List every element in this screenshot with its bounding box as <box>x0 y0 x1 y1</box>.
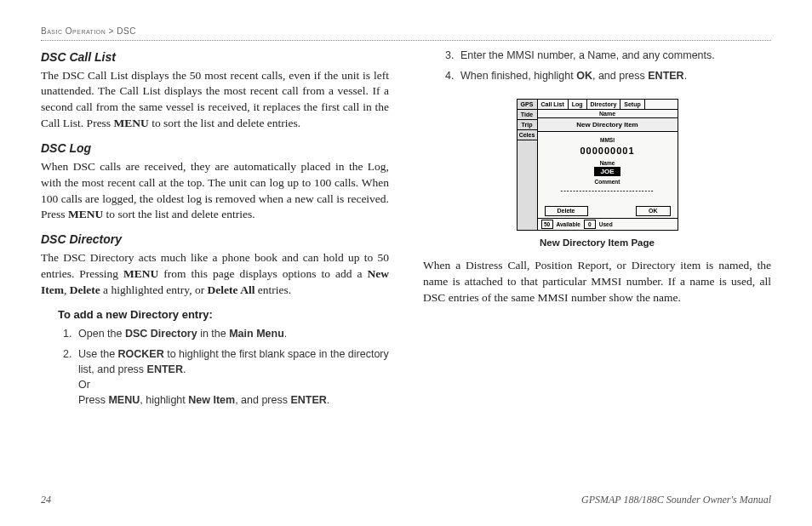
field-label-name: Name <box>541 159 674 167</box>
top-tab: Call List <box>538 100 569 109</box>
figure-caption: New Directory Item Page <box>423 236 771 249</box>
lcd-top-tabs: Call List Log Directory Setup <box>538 100 678 110</box>
field-label-mmsi: MMSI <box>541 136 674 144</box>
page-footer: 24 GPSMAP 188/188C Sounder Owner's Manua… <box>41 493 771 507</box>
page-number: 24 <box>41 493 51 507</box>
status-avail-label: Available <box>557 220 580 228</box>
right-column: Enter the MMSI number, a Name, and any c… <box>423 48 771 413</box>
field-label-comment: Comment <box>541 178 674 186</box>
step-2: Use the ROCKER to highlight the first bl… <box>75 346 389 409</box>
breadcrumb-sep: > <box>109 26 114 36</box>
lcd-delete-button: Delete <box>545 206 588 216</box>
breadcrumb: Basic Operation > DSC <box>41 26 771 41</box>
figure-new-directory: GPS Tide Trip Celes Call List Log Direct… <box>423 99 771 249</box>
field-value-mmsi: 000000001 <box>541 145 674 157</box>
left-column: DSC Call List The DSC Call List displays… <box>41 48 389 413</box>
side-tab: GPS <box>518 100 537 110</box>
lcd-side-tabs: GPS Tide Trip Celes <box>518 100 538 230</box>
lcd-status-bar: 50 Available 0 Used <box>538 218 678 230</box>
field-value-comment: ------------------------------ <box>541 186 674 195</box>
heading-call-list: DSC Call List <box>41 49 389 66</box>
heading-log: DSC Log <box>41 140 389 157</box>
manual-title: GPSMAP 188/188C Sounder Owner's Manual <box>581 493 771 507</box>
side-tab: Celes <box>518 130 537 140</box>
field-value-name: JOE <box>594 167 620 176</box>
step-3: Enter the MMSI number, a Name, and any c… <box>457 48 771 63</box>
side-tab: Tide <box>518 110 537 120</box>
lcd-ok-button: OK <box>636 206 671 216</box>
breadcrumb-section: Basic Operation <box>41 26 106 36</box>
top-tab: Setup <box>620 100 644 109</box>
subheading-add-entry: To add a new Directory entry: <box>58 307 389 323</box>
top-tab: Directory <box>587 100 621 109</box>
status-used-label: Used <box>599 220 613 228</box>
para-naming: When a Distress Call, Position Report, o… <box>423 258 771 306</box>
lcd-title: New Directory Item <box>538 118 678 132</box>
heading-directory: DSC Directory <box>41 232 389 249</box>
status-used-count: 0 <box>584 220 596 229</box>
lcd-button-row: Delete OK <box>538 206 678 218</box>
lcd-body: MMSI 000000001 Name JOE Comment --------… <box>538 132 678 206</box>
steps-list-right: Enter the MMSI number, a Name, and any c… <box>457 48 771 83</box>
para-directory: The DSC Directory acts much like a phone… <box>41 250 389 299</box>
para-log: When DSC calls are received, they are au… <box>41 159 389 224</box>
para-call-list: The DSC Call List displays the 50 most r… <box>41 68 389 133</box>
lcd-screenshot: GPS Tide Trip Celes Call List Log Direct… <box>517 99 678 231</box>
side-tab: Trip <box>518 120 537 130</box>
steps-list-left: Open the DSC Directory in the Main Menu.… <box>75 326 389 409</box>
step-1: Open the DSC Directory in the Main Menu. <box>75 326 389 341</box>
breadcrumb-page: DSC <box>117 26 136 36</box>
lcd-subtab: Name <box>538 110 678 118</box>
step-4: When finished, highlight OK, and press E… <box>457 68 771 83</box>
top-tab: Log <box>569 100 587 109</box>
status-avail-count: 50 <box>541 220 553 229</box>
